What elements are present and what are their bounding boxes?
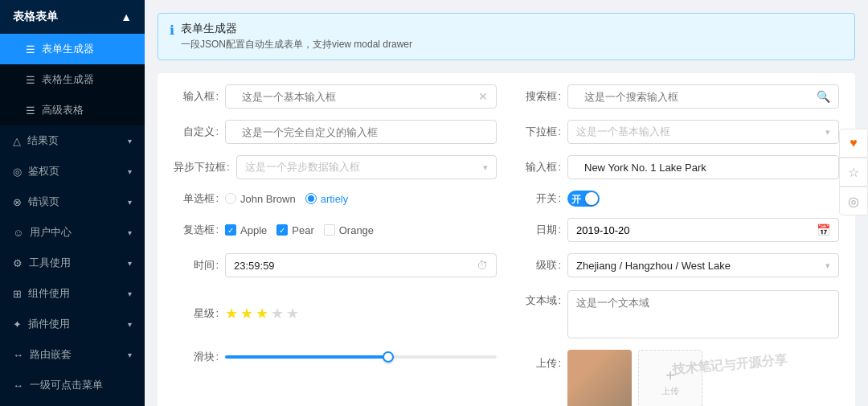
input-control: ✕ — [225, 84, 497, 109]
cascade-control[interactable]: Zhejiang / Hangzhou / West Lake ▾ — [567, 253, 839, 277]
date-control[interactable]: 2019-10-20 📅 — [567, 218, 839, 242]
custom-control — [225, 120, 497, 144]
checkbox-orange-box — [324, 224, 335, 236]
info-desc: 一段JSON配置自动生成表单，支持view modal drawer — [181, 38, 412, 51]
sidebar-item-router[interactable]: ↔ 路由嵌套 ▾ — [0, 339, 145, 370]
radio-option-john[interactable]: John Brown — [225, 193, 296, 205]
cascade-chevron-icon: ▾ — [825, 260, 830, 271]
cascade-label: 级联 — [516, 258, 561, 273]
slider-fill — [225, 355, 388, 359]
sidebar-item-plugin[interactable]: ✦ 插件使用 ▾ — [0, 309, 145, 339]
info-icon: ℹ — [170, 23, 174, 38]
upload-label: 上传 — [516, 350, 561, 371]
form-row-2: 自定义 下拉框 这是一个基本输入框 ▾ — [174, 120, 839, 144]
input-field[interactable] — [234, 84, 478, 109]
star-group: ★ ★ ★ ★ ★ — [225, 305, 299, 322]
sidebar-item-auth[interactable]: ◎ 鉴权页 ▾ — [0, 156, 145, 187]
star-4[interactable]: ★ — [271, 305, 284, 322]
form-item-time: 时间 23:59:59 ⏱ — [174, 253, 497, 277]
form-item-slider: 滑块 — [174, 350, 497, 364]
star-2[interactable]: ★ — [240, 305, 253, 322]
form-item-date: 日期 2019-10-20 📅 — [516, 218, 839, 242]
star-1[interactable]: ★ — [225, 305, 238, 322]
form-item-input2: 输入框 — [516, 155, 839, 179]
custom-field[interactable] — [234, 120, 488, 144]
auth-icon: ◎ — [13, 166, 22, 178]
plugin-icon: ✦ — [13, 318, 22, 330]
error-icon: ⊗ — [13, 196, 22, 208]
select-value: 这是一个基本输入框 — [576, 125, 670, 139]
search-field[interactable] — [576, 84, 817, 109]
async-label: 异步下拉框 — [174, 160, 230, 174]
checkbox-pear-label: Pear — [292, 224, 313, 236]
form-row-8: 滑块 上传 + 上传 — [174, 350, 839, 406]
form-item-search: 搜索框 🔍 — [516, 84, 839, 109]
async-chevron-icon: ▾ — [483, 162, 488, 173]
checkbox-group: ✓ Apple ✓ Pear Orange — [225, 224, 497, 236]
form-item-custom: 自定义 — [174, 120, 497, 144]
right-float-panel: ♥ ☆ ◎ — [839, 129, 868, 215]
sidebar-item-user[interactable]: ☺ 用户中心 ▾ — [0, 217, 145, 248]
upload-button[interactable]: + 上传 — [638, 350, 702, 406]
tool-icon: ⚙ — [13, 257, 23, 269]
checkbox-apple-box: ✓ — [225, 224, 236, 236]
sidebar-item-tool[interactable]: ⚙ 工具使用 ▾ — [0, 248, 145, 278]
form-row-3: 异步下拉框 这是一个异步数据输入框 ▾ 输入框 — [174, 155, 839, 179]
sidebar-item-table-generator[interactable]: ☰ 表格生成器 — [0, 64, 145, 95]
checkbox-apple[interactable]: ✓ Apple — [225, 224, 267, 236]
checkbox-pear[interactable]: ✓ Pear — [276, 224, 313, 236]
chevron-icon5: ▾ — [128, 259, 132, 268]
radio-option-artiely[interactable]: artiely — [305, 193, 349, 205]
textarea-field[interactable] — [567, 290, 839, 338]
sidebar-item-error[interactable]: ⊗ 错误页 ▾ — [0, 187, 145, 217]
form-row-1: 输入框 ✕ 搜索框 🔍 — [174, 84, 839, 109]
form-icon: ☰ — [26, 43, 35, 55]
clear-icon[interactable]: ✕ — [478, 90, 488, 103]
float-btn-heart[interactable]: ♥ — [839, 129, 868, 158]
sidebar-item-form-generator[interactable]: ☰ 表单生成器 — [0, 34, 145, 64]
sidebar-item-first-level[interactable]: ↔ 一级可点击菜单 — [0, 370, 145, 400]
form-section: 输入框 ✕ 搜索框 🔍 自定义 — [158, 73, 855, 406]
checkbox-orange[interactable]: Orange — [324, 224, 374, 236]
star-3[interactable]: ★ — [256, 305, 268, 322]
slider-label: 滑块 — [174, 350, 219, 364]
search-icon[interactable]: 🔍 — [817, 90, 830, 103]
advanced-icon: ☰ — [26, 105, 35, 117]
clock-icon[interactable]: ⏱ — [477, 259, 488, 272]
input2-field[interactable] — [576, 155, 830, 179]
async-select-control[interactable]: 这是一个异步数据输入框 ▾ — [236, 155, 497, 179]
info-title: 表单生成器 — [181, 22, 412, 36]
sidebar-collapse-icon[interactable]: ▲ — [121, 10, 132, 23]
star-5[interactable]: ★ — [286, 305, 299, 322]
form-item-select: 下拉框 这是一个基本输入框 ▾ — [516, 120, 839, 144]
async-select-value: 这是一个异步数据输入框 — [245, 160, 360, 174]
sidebar-item-component[interactable]: ⊞ 组件使用 ▾ — [0, 278, 145, 309]
form-row-5: 复选框 ✓ Apple ✓ Pear Orange — [174, 218, 839, 242]
select-control[interactable]: 这是一个基本输入框 ▾ — [567, 120, 839, 144]
form-row-4: 单选框 John Brown artiely 开关 开 — [174, 191, 839, 207]
sidebar-item-result[interactable]: △ 结果页 ▾ — [0, 125, 145, 156]
form-item-radio: 单选框 John Brown artiely — [174, 191, 497, 207]
upload-plus-icon: + — [665, 367, 675, 385]
radio-artiely-label: artiely — [321, 193, 349, 205]
date-label: 日期 — [516, 223, 561, 237]
toggle-control[interactable]: 开 — [567, 191, 600, 207]
checkbox-orange-label: Orange — [339, 224, 374, 236]
radio-group: John Brown artiely — [225, 193, 497, 205]
form-item-cascade: 级联 Zhejiang / Hangzhou / West Lake ▾ — [516, 253, 839, 277]
float-btn-star[interactable]: ☆ — [839, 158, 868, 187]
sidebar-title: 表格表单 ▲ — [0, 0, 145, 34]
sidebar-item-advanced-table[interactable]: ☰ 高级表格 — [0, 95, 145, 125]
search-label: 搜索框 — [516, 89, 561, 104]
chevron-icon6: ▾ — [128, 289, 132, 298]
toggle-knob — [585, 192, 598, 205]
float-btn-location[interactable]: ◎ — [839, 187, 868, 215]
textarea-label: 文本域 — [516, 290, 561, 308]
slider-thumb[interactable] — [383, 351, 394, 363]
form-item-checkbox: 复选框 ✓ Apple ✓ Pear Orange — [174, 218, 497, 242]
chevron-icon7: ▾ — [128, 320, 132, 329]
time-label: 时间 — [174, 258, 219, 273]
custom-label: 自定义 — [174, 125, 219, 139]
calendar-icon[interactable]: 📅 — [817, 224, 830, 236]
toggle[interactable]: 开 — [567, 191, 600, 207]
